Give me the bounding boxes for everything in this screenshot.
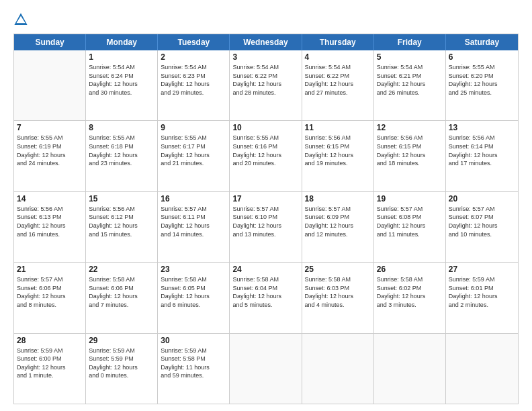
day-number: 13	[449, 123, 515, 132]
day-info: Sunrise: 5:57 AM Sunset: 6:07 PM Dayligh…	[449, 205, 515, 238]
day-number: 8	[89, 123, 154, 132]
day-info: Sunrise: 5:55 AM Sunset: 6:16 PM Dayligh…	[232, 134, 298, 167]
header-day: Wednesday	[230, 34, 302, 50]
calendar-cell: 25Sunrise: 5:58 AM Sunset: 6:03 PM Dayli…	[302, 263, 374, 332]
day-number: 26	[377, 265, 443, 274]
calendar-cell: 15Sunrise: 5:56 AM Sunset: 6:12 PM Dayli…	[86, 192, 158, 262]
day-info: Sunrise: 5:54 AM Sunset: 6:22 PM Dayligh…	[232, 63, 298, 97]
day-info: Sunrise: 5:55 AM Sunset: 6:18 PM Dayligh…	[89, 134, 154, 167]
calendar-cell: 18Sunrise: 5:57 AM Sunset: 6:09 PM Dayli…	[302, 192, 374, 262]
day-number: 19	[377, 194, 443, 203]
calendar-cell: 19Sunrise: 5:57 AM Sunset: 6:08 PM Dayli…	[374, 192, 446, 262]
day-number: 21	[17, 265, 83, 274]
calendar-cell: 1Sunrise: 5:54 AM Sunset: 6:24 PM Daylig…	[86, 50, 158, 120]
calendar-cell: 9Sunrise: 5:55 AM Sunset: 6:17 PM Daylig…	[158, 121, 230, 191]
day-info: Sunrise: 5:56 AM Sunset: 6:15 PM Dayligh…	[377, 134, 443, 167]
day-number: 9	[161, 123, 226, 132]
calendar-cell: 4Sunrise: 5:54 AM Sunset: 6:22 PM Daylig…	[302, 50, 374, 120]
day-number: 20	[449, 194, 515, 203]
calendar-cell	[374, 334, 446, 404]
header-day: Monday	[86, 34, 158, 50]
calendar-cell: 7Sunrise: 5:55 AM Sunset: 6:19 PM Daylig…	[14, 121, 86, 191]
calendar-week: 1Sunrise: 5:54 AM Sunset: 6:24 PM Daylig…	[14, 50, 518, 121]
day-number: 15	[89, 194, 154, 203]
day-number: 2	[161, 52, 226, 62]
calendar-cell: 16Sunrise: 5:57 AM Sunset: 6:11 PM Dayli…	[158, 192, 230, 262]
header-day: Tuesday	[158, 34, 230, 50]
day-number: 28	[17, 336, 83, 345]
calendar-week: 7Sunrise: 5:55 AM Sunset: 6:19 PM Daylig…	[14, 121, 518, 191]
calendar-cell: 10Sunrise: 5:55 AM Sunset: 6:16 PM Dayli…	[230, 121, 302, 191]
day-number: 24	[232, 265, 298, 274]
calendar-cell: 24Sunrise: 5:58 AM Sunset: 6:04 PM Dayli…	[230, 263, 302, 332]
day-number: 12	[377, 123, 443, 132]
day-info: Sunrise: 5:55 AM Sunset: 6:20 PM Dayligh…	[449, 63, 515, 97]
header	[13, 12, 519, 27]
calendar-cell: 29Sunrise: 5:59 AM Sunset: 5:59 PM Dayli…	[86, 334, 158, 404]
day-info: Sunrise: 5:59 AM Sunset: 6:00 PM Dayligh…	[17, 347, 83, 380]
logo-icon	[13, 12, 28, 27]
day-info: Sunrise: 5:55 AM Sunset: 6:17 PM Dayligh…	[161, 134, 226, 167]
calendar-cell: 14Sunrise: 5:56 AM Sunset: 6:13 PM Dayli…	[14, 192, 86, 262]
calendar-cell: 20Sunrise: 5:57 AM Sunset: 6:07 PM Dayli…	[446, 192, 518, 262]
calendar-cell: 11Sunrise: 5:56 AM Sunset: 6:15 PM Dayli…	[302, 121, 374, 191]
day-number: 29	[89, 336, 154, 345]
day-info: Sunrise: 5:54 AM Sunset: 6:24 PM Dayligh…	[89, 63, 154, 97]
day-number: 23	[161, 265, 226, 274]
day-number: 10	[232, 123, 298, 132]
calendar-cell: 12Sunrise: 5:56 AM Sunset: 6:15 PM Dayli…	[374, 121, 446, 191]
calendar-cell	[302, 334, 374, 404]
calendar-cell: 8Sunrise: 5:55 AM Sunset: 6:18 PM Daylig…	[86, 121, 158, 191]
day-info: Sunrise: 5:57 AM Sunset: 6:10 PM Dayligh…	[232, 205, 298, 238]
day-number: 3	[232, 52, 298, 62]
day-info: Sunrise: 5:57 AM Sunset: 6:11 PM Dayligh…	[161, 205, 226, 238]
day-info: Sunrise: 5:58 AM Sunset: 6:04 PM Dayligh…	[232, 275, 298, 309]
day-info: Sunrise: 5:56 AM Sunset: 6:13 PM Dayligh…	[17, 205, 83, 238]
calendar-cell	[446, 334, 518, 404]
header-day: Saturday	[446, 34, 518, 50]
day-info: Sunrise: 5:54 AM Sunset: 6:23 PM Dayligh…	[161, 63, 226, 97]
calendar-week: 28Sunrise: 5:59 AM Sunset: 6:00 PM Dayli…	[14, 334, 518, 404]
header-day: Friday	[374, 34, 446, 50]
calendar-cell: 17Sunrise: 5:57 AM Sunset: 6:10 PM Dayli…	[230, 192, 302, 262]
day-number: 27	[449, 265, 515, 274]
day-number: 4	[305, 52, 371, 62]
day-info: Sunrise: 5:56 AM Sunset: 6:12 PM Dayligh…	[89, 205, 154, 238]
day-info: Sunrise: 5:59 AM Sunset: 6:01 PM Dayligh…	[449, 275, 515, 309]
calendar-cell: 27Sunrise: 5:59 AM Sunset: 6:01 PM Dayli…	[446, 263, 518, 332]
day-number: 14	[17, 194, 83, 203]
calendar-cell: 30Sunrise: 5:59 AM Sunset: 5:58 PM Dayli…	[158, 334, 230, 404]
day-info: Sunrise: 5:57 AM Sunset: 6:09 PM Dayligh…	[305, 205, 371, 238]
calendar-cell: 5Sunrise: 5:54 AM Sunset: 6:21 PM Daylig…	[374, 50, 446, 120]
day-number: 30	[161, 336, 226, 345]
page: SundayMondayTuesdayWednesdayThursdayFrid…	[0, 0, 532, 411]
calendar-cell: 2Sunrise: 5:54 AM Sunset: 6:23 PM Daylig…	[158, 50, 230, 120]
day-info: Sunrise: 5:55 AM Sunset: 6:19 PM Dayligh…	[17, 134, 83, 167]
day-info: Sunrise: 5:54 AM Sunset: 6:21 PM Dayligh…	[377, 63, 443, 97]
calendar-cell	[14, 50, 86, 120]
day-number: 22	[89, 265, 154, 274]
day-info: Sunrise: 5:58 AM Sunset: 6:05 PM Dayligh…	[161, 275, 226, 309]
day-info: Sunrise: 5:56 AM Sunset: 6:14 PM Dayligh…	[449, 134, 515, 167]
logo	[13, 12, 31, 27]
calendar: SundayMondayTuesdayWednesdayThursdayFrid…	[13, 34, 519, 404]
day-number: 17	[232, 194, 298, 203]
day-info: Sunrise: 5:57 AM Sunset: 6:06 PM Dayligh…	[17, 275, 83, 309]
calendar-cell: 26Sunrise: 5:58 AM Sunset: 6:02 PM Dayli…	[374, 263, 446, 332]
calendar-cell: 6Sunrise: 5:55 AM Sunset: 6:20 PM Daylig…	[446, 50, 518, 120]
day-info: Sunrise: 5:59 AM Sunset: 5:59 PM Dayligh…	[89, 347, 154, 380]
calendar-body: 1Sunrise: 5:54 AM Sunset: 6:24 PM Daylig…	[14, 50, 518, 404]
calendar-cell: 21Sunrise: 5:57 AM Sunset: 6:06 PM Dayli…	[14, 263, 86, 332]
calendar-cell: 23Sunrise: 5:58 AM Sunset: 6:05 PM Dayli…	[158, 263, 230, 332]
day-info: Sunrise: 5:56 AM Sunset: 6:15 PM Dayligh…	[305, 134, 371, 167]
header-day: Thursday	[302, 34, 374, 50]
day-info: Sunrise: 5:58 AM Sunset: 6:03 PM Dayligh…	[305, 275, 371, 309]
day-number: 16	[161, 194, 226, 203]
day-number: 7	[17, 123, 83, 132]
calendar-cell: 22Sunrise: 5:58 AM Sunset: 6:06 PM Dayli…	[86, 263, 158, 332]
calendar-week: 21Sunrise: 5:57 AM Sunset: 6:06 PM Dayli…	[14, 263, 518, 333]
day-number: 5	[377, 52, 443, 62]
header-day: Sunday	[14, 34, 86, 50]
day-number: 25	[305, 265, 371, 274]
day-number: 18	[305, 194, 371, 203]
